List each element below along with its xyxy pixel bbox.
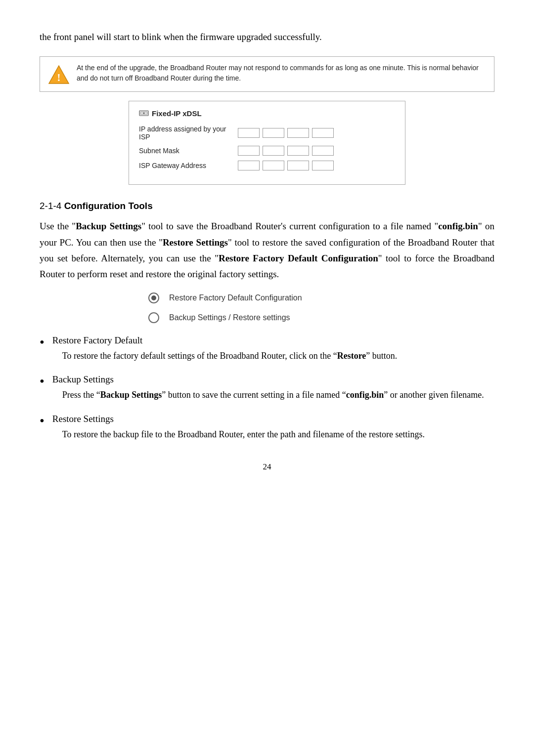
bullet-dot-1: •	[40, 334, 44, 351]
ip-octet-2a[interactable]	[238, 146, 260, 156]
config-tools-paragraph: Use the "Backup Settings" tool to save t…	[40, 218, 494, 282]
bullet-title-2: Backup Settings	[52, 374, 494, 385]
bullet-item-backup: • Backup Settings Press the “Backup Sett…	[40, 374, 494, 403]
restore-button-bold: Restore	[337, 351, 366, 361]
restore-factory-bold: Restore Factory Default Configuration	[219, 253, 378, 263]
radio-options: Restore Factory Default Configuration Ba…	[40, 293, 494, 323]
radio-label-1: Restore Factory Default Configuration	[169, 294, 302, 302]
fixed-ip-title: Fixed-IP xDSL	[139, 108, 395, 118]
ip-octet-2d[interactable]	[312, 146, 334, 156]
warning-text: At the end of the upgrade, the Broadband…	[77, 63, 486, 84]
warning-box: ! At the end of the upgrade, the Broadba…	[40, 56, 494, 92]
intro-paragraph: the front panel will start to blink when…	[40, 30, 494, 44]
ip-label-2: Subnet Mask	[139, 147, 238, 155]
ip-octet-3a[interactable]	[238, 161, 260, 170]
ip-row-3: ISP Gateway Address	[139, 161, 395, 170]
bullet-title-1: Restore Factory Default	[52, 335, 494, 346]
ip-octet-2c[interactable]	[287, 146, 309, 156]
section-title: Configuration Tools	[64, 201, 153, 211]
bullet-title-3: Restore Settings	[52, 414, 494, 424]
config-bin-bold-2: config.bin	[346, 390, 384, 400]
bullet-section: • Restore Factory Default To restore the…	[40, 335, 494, 442]
bullet-content-1: Restore Factory Default To restore the f…	[52, 335, 494, 364]
config-bin-bold-1: config.bin	[438, 221, 478, 231]
bullet-item-restore-settings: • Restore Settings To restore the backup…	[40, 414, 494, 442]
fixed-ip-box: Fixed-IP xDSL IP address assigned by you…	[129, 101, 405, 185]
ip-octet-1b[interactable]	[263, 128, 284, 138]
section-number: 2-1-4	[40, 201, 64, 211]
bullet-desc-1: To restore the factory default settings …	[62, 349, 494, 364]
ip-octet-1d[interactable]	[312, 128, 334, 138]
bullet-dot-3: •	[40, 413, 44, 429]
ip-octet-3b[interactable]	[263, 161, 284, 170]
ip-fields-3	[238, 161, 334, 170]
radio-row-1[interactable]: Restore Factory Default Configuration	[148, 293, 386, 303]
bullet-content-2: Backup Settings Press the “Backup Settin…	[52, 374, 494, 403]
bullet-content-3: Restore Settings To restore the backup f…	[52, 414, 494, 442]
ip-row-1: IP address assigned by your ISP	[139, 125, 395, 141]
bullet-desc-2: Press the “Backup Settings” button to sa…	[62, 388, 494, 403]
ip-label-3: ISP Gateway Address	[139, 162, 238, 169]
backup-settings-bold-2: Backup Settings	[100, 390, 162, 400]
ip-octet-3c[interactable]	[287, 161, 309, 170]
warning-icon: !	[48, 64, 70, 85]
ip-fields-2	[238, 146, 334, 156]
radio-backup-settings[interactable]	[148, 312, 159, 323]
network-icon	[139, 108, 149, 118]
svg-text:!: !	[57, 71, 60, 84]
ip-octet-1a[interactable]	[238, 128, 260, 138]
ip-fields-1	[238, 128, 334, 138]
fixed-ip-label: Fixed-IP xDSL	[152, 109, 202, 118]
ip-label-1: IP address assigned by your ISP	[139, 125, 238, 141]
ip-octet-2b[interactable]	[263, 146, 284, 156]
ip-row-2: Subnet Mask	[139, 146, 395, 156]
bullet-dot-2: •	[40, 373, 44, 390]
bullet-item-restore-factory: • Restore Factory Default To restore the…	[40, 335, 494, 364]
section-heading: 2-1-4 Configuration Tools	[40, 201, 494, 211]
ip-octet-1c[interactable]	[287, 128, 309, 138]
svg-point-4	[143, 113, 145, 114]
radio-label-2: Backup Settings / Restore settings	[169, 313, 290, 322]
radio-row-2[interactable]: Backup Settings / Restore settings	[148, 312, 386, 323]
restore-settings-bold: Restore Settings	[163, 237, 228, 248]
bullet-desc-3: To restore the backup file to the Broadb…	[62, 427, 494, 442]
page-number: 24	[40, 462, 494, 472]
backup-settings-bold-1: Backup Settings	[76, 221, 141, 231]
radio-restore-factory[interactable]	[148, 293, 159, 303]
ip-octet-3d[interactable]	[312, 161, 334, 170]
